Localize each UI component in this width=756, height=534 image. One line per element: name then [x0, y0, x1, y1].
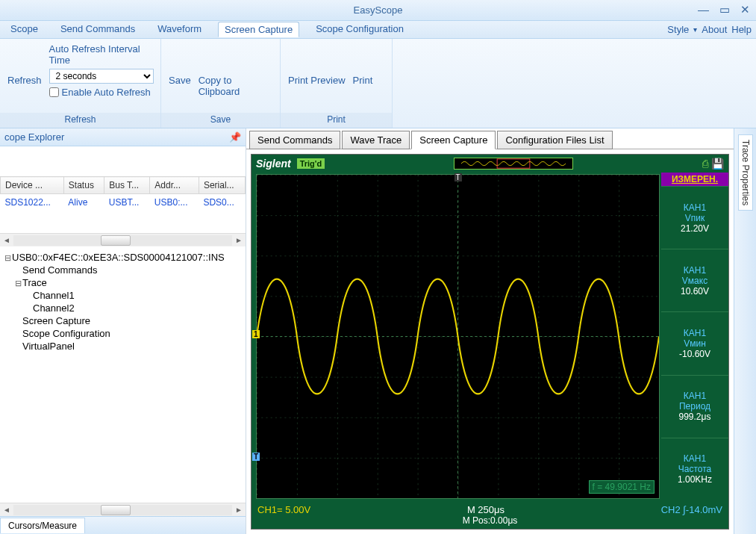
- table-row[interactable]: SDS1022... Alive USBT... USB0:... SDS0..…: [1, 194, 246, 211]
- tab-send-commands[interactable]: Send Commands: [249, 131, 340, 149]
- measurements-panel: ИЗМЕРЕН. КАН1Vпик21.20V КАН1Vмакс10.60V …: [661, 173, 728, 500]
- scope-explorer-panel: cope Explorer 📌 Device ... Status Bus T.…: [0, 128, 246, 534]
- tree-trace[interactable]: ⊟Trace: [3, 276, 243, 289]
- trace-properties-label[interactable]: Trace Properties: [738, 134, 753, 211]
- refresh-button[interactable]: Refresh: [7, 43, 42, 86]
- work-area: cope Explorer 📌 Device ... Status Bus T.…: [0, 128, 756, 534]
- center-tabs: Send Commands Wave Trace Screen Capture …: [246, 128, 734, 149]
- tree-channel2[interactable]: Channel2: [3, 302, 243, 314]
- menu-waveform[interactable]: Waveform: [151, 22, 207, 37]
- col-addr[interactable]: Addr...: [150, 177, 199, 194]
- scroll-left-icon[interactable]: ◄: [0, 236, 13, 244]
- tab-cursors-measure[interactable]: Cursors/Measure: [0, 518, 85, 533]
- ch2-trigger: CH2 ∫-14.0mV: [661, 504, 722, 515]
- scope-top-bar: Siglent Trig'd ⎙ 💾: [252, 155, 728, 173]
- collapse-icon[interactable]: ⊟: [13, 279, 22, 288]
- title-bar: EasyScope — ▭ ✕: [0, 0, 756, 21]
- meas-row: КАН1Vмин-10.60V: [661, 311, 728, 374]
- maximize-icon[interactable]: ▭: [719, 3, 730, 16]
- meas-row: КАН1Частота1.00KHz: [661, 438, 728, 500]
- menu-scope[interactable]: Scope: [4, 22, 44, 37]
- collapse-icon[interactable]: ⊟: [3, 253, 12, 263]
- copy-clipboard-button[interactable]: Copy to Clipboard: [199, 43, 272, 97]
- save-icon: 💾: [711, 158, 724, 170]
- scope-bottom-bar: CH1= 5.00V M 250μs CH2 ∫-14.0mV M Pos:0.…: [252, 500, 728, 529]
- center-panel: Send Commands Wave Trace Screen Capture …: [246, 128, 734, 534]
- menu-right: Style▾ About Help: [667, 24, 752, 35]
- ribbon: Refresh Auto Refresh Interval Time 2 sec…: [0, 39, 756, 128]
- scroll-track[interactable]: [13, 505, 232, 515]
- menu-bar: Scope Send Commands Waveform Screen Capt…: [0, 21, 756, 39]
- menu-help[interactable]: Help: [731, 24, 752, 35]
- enable-auto-refresh[interactable]: Enable Auto Refresh: [49, 87, 154, 98]
- ribbon-group-print: Print Preview Print Print: [281, 39, 393, 128]
- device-table: Device ... Status Bus T... Addr... Seria…: [0, 176, 246, 211]
- tree-send-commands[interactable]: Send Commands: [3, 264, 243, 276]
- scope-display-wrap: Siglent Trig'd ⎙ 💾 T 1 T: [246, 149, 734, 534]
- ribbon-group-refresh: Refresh Auto Refresh Interval Time 2 sec…: [0, 39, 161, 128]
- col-device[interactable]: Device ...: [1, 177, 64, 194]
- ribbon-spacer: [393, 39, 756, 128]
- tree-channel1[interactable]: Channel1: [3, 289, 243, 302]
- frequency-readout: f = 49.9021 Hz: [589, 480, 655, 494]
- menu-screen-capture[interactable]: Screen Capture: [218, 22, 299, 37]
- print-preview-button[interactable]: Print Preview: [288, 43, 346, 86]
- explorer-title: cope Explorer: [4, 131, 64, 143]
- close-icon[interactable]: ✕: [740, 3, 750, 16]
- menu-style[interactable]: Style: [667, 24, 689, 35]
- scope-mid: T 1 T f = 49.9021 Hz ИЗМЕРЕН.: [252, 173, 728, 500]
- pin-icon[interactable]: 📌: [229, 131, 241, 143]
- scroll-right-icon[interactable]: ►: [232, 506, 246, 514]
- save-button[interactable]: Save: [169, 43, 191, 86]
- tab-wave-trace[interactable]: Wave Trace: [342, 131, 410, 149]
- tree-scope-config[interactable]: Scope Configuration: [3, 327, 243, 340]
- interval-select[interactable]: 2 seconds: [49, 69, 154, 84]
- window-title: EasyScope: [354, 4, 403, 16]
- tab-screen-capture[interactable]: Screen Capture: [411, 131, 496, 149]
- tab-config-files[interactable]: Configuration Files List: [497, 131, 612, 149]
- table-hscroll[interactable]: ◄ ►: [0, 233, 246, 246]
- scroll-track[interactable]: [13, 235, 232, 246]
- enable-auto-refresh-checkbox[interactable]: [49, 87, 59, 97]
- meas-row: КАН1Vмакс10.60V: [661, 249, 728, 311]
- explorer-bottom-tabs: Cursors/Measure: [0, 516, 246, 534]
- print-button[interactable]: Print: [353, 43, 373, 86]
- trace-properties-collapsed[interactable]: Trace Properties: [734, 128, 756, 534]
- trigger-level-marker: T: [252, 453, 260, 461]
- mini-waveform: [454, 158, 573, 170]
- ribbon-group-save: Save Copy to Clipboard Save: [161, 39, 281, 128]
- col-status[interactable]: Status: [63, 177, 104, 194]
- explorer-header: cope Explorer 📌: [0, 128, 246, 146]
- scope-brand: Siglent: [256, 158, 291, 170]
- timebase: M 250μs: [467, 504, 504, 515]
- scroll-right-icon[interactable]: ►: [232, 236, 246, 244]
- scope-top-icons: ⎙ 💾: [702, 158, 724, 170]
- col-serial[interactable]: Serial...: [199, 177, 245, 194]
- ch1-marker: 1: [252, 330, 260, 338]
- scroll-left-icon[interactable]: ◄: [0, 506, 13, 514]
- table-header-row: Device ... Status Bus T... Addr... Seria…: [1, 177, 246, 194]
- device-tree: ⊟USB0::0xF4EC::0xEE3A::SDS00004121007::I…: [0, 246, 246, 503]
- minimize-icon[interactable]: —: [698, 3, 709, 16]
- chevron-down-icon[interactable]: ▾: [693, 25, 697, 34]
- scroll-thumb[interactable]: [101, 235, 131, 246]
- tree-hscroll[interactable]: ◄ ►: [0, 503, 246, 516]
- ch1-scale: CH1= 5.00V: [257, 504, 310, 515]
- menu-left: Scope Send Commands Waveform Screen Capt…: [4, 22, 410, 37]
- menu-scope-configuration[interactable]: Scope Configuration: [310, 22, 410, 37]
- explorer-blank: [0, 146, 246, 176]
- tree-screen-capture[interactable]: Screen Capture: [3, 314, 243, 327]
- m-position: M Pos:0.00μs: [257, 515, 722, 526]
- menu-about[interactable]: About: [702, 24, 727, 35]
- trigger-time-marker: T: [454, 173, 461, 181]
- scroll-thumb[interactable]: [101, 505, 131, 515]
- group-label-save: Save: [161, 113, 280, 128]
- tree-root[interactable]: ⊟USB0::0xF4EC::0xEE3A::SDS00004121007::I…: [3, 251, 243, 264]
- meas-row: КАН1Vпик21.20V: [661, 186, 728, 249]
- usb-icon: ⎙: [702, 158, 708, 170]
- tree-virtual-panel[interactable]: VirtualPanel: [3, 340, 243, 353]
- group-label-print: Print: [281, 113, 392, 128]
- scope-plot: T 1 T f = 49.9021 Hz: [256, 174, 660, 499]
- menu-send-commands[interactable]: Send Commands: [54, 22, 141, 37]
- col-bus[interactable]: Bus T...: [104, 177, 150, 194]
